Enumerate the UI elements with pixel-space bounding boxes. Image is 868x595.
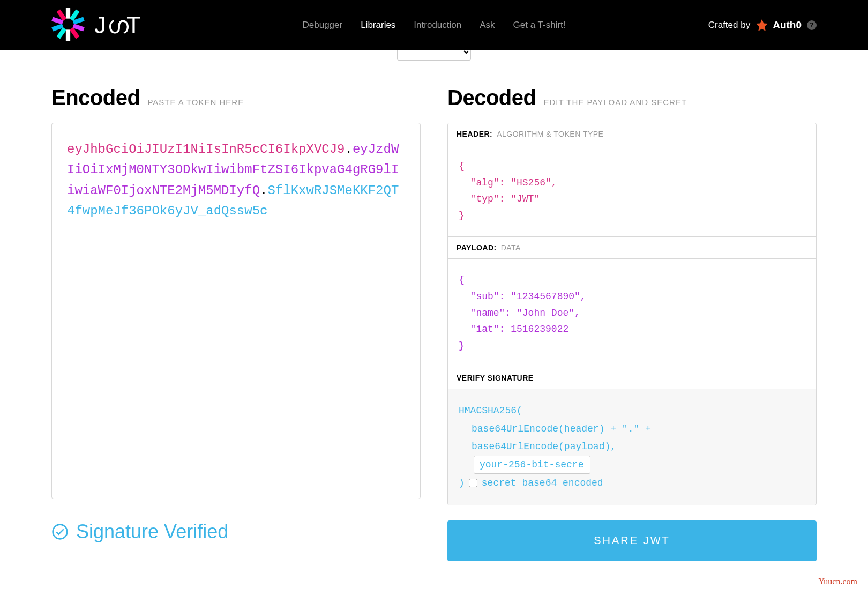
sig-line2: base64UrlEncode(payload), — [459, 438, 810, 456]
auth0-link[interactable]: Auth0 — [755, 19, 802, 32]
secret-input[interactable] — [474, 456, 590, 474]
decoded-payload-bar: PAYLOAD: DATA — [448, 237, 816, 259]
signature-status: Signature Verified — [51, 520, 421, 543]
svg-rect-1 — [66, 29, 70, 41]
help-icon[interactable]: ? — [807, 20, 817, 30]
sig-fn: HMACSHA256( — [459, 402, 810, 420]
sig-line1: base64UrlEncode(header) + "." + — [459, 420, 810, 438]
nav-libraries[interactable]: Libraries — [361, 20, 395, 31]
decoded-header-editor[interactable]: { "alg": "HS256", "typ": "JWT" } — [448, 145, 816, 237]
crafted-by: Crafted by Auth0 ? — [708, 19, 817, 32]
check-circle-icon — [51, 523, 69, 540]
auth0-icon — [755, 19, 768, 32]
svg-point-10 — [53, 524, 68, 539]
decoded-title: Decoded — [447, 86, 536, 110]
decoded-column: Decoded EDIT THE PAYLOAD AND SECRET HEAD… — [447, 86, 817, 505]
auth0-text: Auth0 — [773, 19, 802, 31]
decoded-payload-label: PAYLOAD: — [457, 243, 497, 252]
decoded-subtitle: EDIT THE PAYLOAD AND SECRET — [543, 98, 687, 107]
verify-signature-body: HMACSHA256( base64UrlEncode(header) + ".… — [448, 389, 816, 504]
algorithm-row — [0, 50, 868, 66]
encoded-title: Encoded — [51, 86, 140, 110]
logo[interactable]: JഗT — [51, 8, 142, 43]
signature-status-text: Signature Verified — [76, 520, 228, 543]
encoded-subtitle: PASTE A TOKEN HERE — [147, 98, 244, 107]
decoded-payload-sub: DATA — [501, 243, 521, 252]
secret-base64-label: secret base64 encoded — [482, 474, 603, 492]
decoded-header-bar: HEADER: ALGORITHM & TOKEN TYPE — [448, 123, 816, 145]
watermark: Yuucn.com — [819, 577, 857, 583]
decoded-payload-json: { "sub": "1234567890", "name": "John Doe… — [459, 272, 805, 354]
crafted-label: Crafted by — [708, 20, 750, 31]
nav-tshirt[interactable]: Get a T-shirt! — [513, 20, 566, 31]
main-nav: Debugger Libraries Introduction Ask Get … — [302, 20, 565, 31]
token-header-part: eyJhbGciOiJIUzI1NiIsInR5cCI6IkpXVCJ9 — [67, 142, 345, 157]
sig-close: ) — [459, 474, 465, 492]
decoded-header-label: HEADER: — [457, 130, 492, 138]
secret-base64-checkbox[interactable] — [469, 479, 477, 487]
top-nav: JഗT Debugger Libraries Introduction Ask … — [0, 0, 868, 50]
verify-signature-bar: VERIFY SIGNATURE — [448, 367, 816, 389]
decoded-payload-editor[interactable]: { "sub": "1234567890", "name": "John Doe… — [448, 259, 816, 367]
svg-rect-0 — [66, 8, 70, 19]
share-jwt-button[interactable]: SHARE JWT — [447, 520, 817, 561]
encoded-token-input[interactable]: eyJhbGciOiJIUzI1NiIsInR5cCI6IkpXVCJ9.eyJ… — [51, 123, 421, 499]
nav-ask[interactable]: Ask — [480, 20, 495, 31]
decoded-header-sub: ALGORITHM & TOKEN TYPE — [497, 130, 603, 138]
logo-text: JഗT — [94, 12, 142, 39]
nav-debugger[interactable]: Debugger — [302, 20, 342, 31]
verify-signature-label: VERIFY SIGNATURE — [457, 374, 534, 382]
jwt-logo-icon — [51, 8, 85, 43]
decoded-header-json: { "alg": "HS256", "typ": "JWT" } — [459, 158, 805, 224]
nav-introduction[interactable]: Introduction — [414, 20, 461, 31]
encoded-column: Encoded PASTE A TOKEN HERE eyJhbGciOiJIU… — [51, 86, 421, 505]
